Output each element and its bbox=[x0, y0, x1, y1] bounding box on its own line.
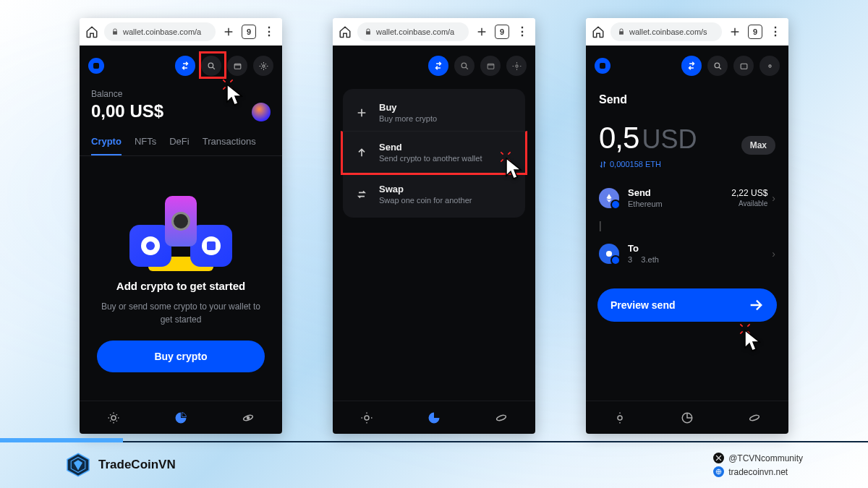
avatar[interactable] bbox=[252, 103, 271, 121]
footer-divider bbox=[0, 441, 868, 442]
theme-icon[interactable] bbox=[613, 411, 626, 424]
svg-point-8 bbox=[515, 64, 517, 67]
home-icon[interactable] bbox=[592, 25, 605, 38]
chart-icon[interactable] bbox=[174, 411, 187, 424]
explore-icon[interactable] bbox=[242, 411, 255, 424]
tab-crypto[interactable]: Crypto bbox=[91, 136, 122, 155]
wallet-icon[interactable] bbox=[733, 56, 754, 76]
wallet-icon[interactable] bbox=[480, 56, 501, 76]
send-coin: Ethereum bbox=[628, 200, 663, 208]
menu-item-buy[interactable]: Buy Buy more crypto bbox=[343, 92, 525, 133]
chart-icon[interactable] bbox=[681, 411, 694, 424]
theme-icon[interactable] bbox=[107, 411, 120, 424]
new-tab-icon[interactable] bbox=[475, 26, 489, 38]
svg-point-6 bbox=[461, 63, 467, 68]
settings-icon[interactable] bbox=[760, 56, 780, 76]
plus-icon bbox=[354, 107, 369, 119]
lock-icon bbox=[618, 28, 625, 35]
lock-icon bbox=[111, 28, 119, 35]
explore-icon[interactable] bbox=[748, 411, 761, 424]
send-usd: 2,22 US$ bbox=[731, 188, 767, 198]
recipient-icon bbox=[599, 244, 619, 264]
svg-point-11 bbox=[715, 63, 720, 68]
twitter-handle[interactable]: @TCVNcommunity bbox=[728, 453, 803, 463]
search-icon[interactable] bbox=[201, 56, 221, 76]
chevron-right-icon: › bbox=[772, 192, 775, 204]
svg-rect-12 bbox=[741, 64, 747, 69]
svg-point-5 bbox=[247, 416, 250, 419]
click-burst-icon bbox=[221, 77, 235, 92]
balance-label: Balance bbox=[91, 89, 163, 99]
url-bar[interactable]: wallet.coinbase.com/a bbox=[357, 22, 469, 41]
new-tab-icon[interactable] bbox=[728, 26, 742, 38]
brand-name: TradeCoinVN bbox=[98, 458, 176, 472]
tab-transactions[interactable]: Transactions bbox=[203, 136, 256, 155]
search-icon[interactable] bbox=[707, 56, 728, 76]
phone-screenshot-2: wallet.coinbase.com/a 9 ⋮ bbox=[333, 18, 535, 434]
tab-defi[interactable]: DeFi bbox=[169, 136, 189, 155]
preview-send-button[interactable]: Preview send bbox=[597, 288, 777, 322]
svg-point-15 bbox=[618, 416, 622, 420]
swap-icon bbox=[354, 189, 369, 200]
theme-icon[interactable] bbox=[360, 411, 373, 424]
to-value: 3 3.eth bbox=[628, 255, 659, 264]
svg-rect-1 bbox=[234, 64, 241, 69]
menu-item-swap[interactable]: Swap Swap one coin for another bbox=[343, 173, 525, 215]
asset-tabs: Crypto NFTs DeFi Transactions bbox=[80, 129, 282, 156]
transfer-icon[interactable] bbox=[681, 56, 702, 76]
svg-point-13 bbox=[768, 64, 770, 67]
amount-value: 0,5 bbox=[599, 121, 639, 155]
balance-value: 0,00 US$ bbox=[91, 101, 163, 121]
explore-icon[interactable] bbox=[495, 411, 508, 424]
tab-count[interactable]: 9 bbox=[495, 25, 509, 39]
settings-icon[interactable] bbox=[253, 56, 273, 76]
settings-icon[interactable] bbox=[506, 56, 527, 76]
url-bar[interactable]: wallet.coinbase.com/a bbox=[104, 22, 216, 41]
transfer-icon[interactable] bbox=[428, 56, 448, 76]
wallet-logo-icon[interactable] bbox=[595, 58, 610, 74]
buy-sub: Buy more crypto bbox=[379, 114, 437, 123]
to-label: To bbox=[628, 243, 659, 254]
url-text: wallet.coinbase.com/s bbox=[629, 27, 707, 36]
arrow-up-icon bbox=[354, 147, 369, 158]
preview-label: Preview send bbox=[610, 299, 676, 311]
buy-crypto-button[interactable]: Buy crypto bbox=[97, 341, 265, 372]
chart-icon[interactable] bbox=[427, 411, 441, 424]
search-icon[interactable] bbox=[454, 56, 475, 76]
website-url[interactable]: tradecoinvn.net bbox=[728, 467, 788, 477]
brand: TradeCoinVN bbox=[65, 452, 176, 478]
more-icon[interactable]: ⋮ bbox=[515, 25, 529, 38]
send-asset-row[interactable]: Send Ethereum 2,22 US$ Available › bbox=[586, 180, 788, 215]
tab-nfts[interactable]: NFTs bbox=[135, 136, 156, 155]
tab-count[interactable]: 9 bbox=[748, 25, 762, 39]
wallet-icon[interactable] bbox=[227, 56, 247, 76]
more-icon[interactable]: ⋮ bbox=[768, 25, 783, 38]
new-tab-icon[interactable] bbox=[221, 26, 236, 38]
convert-value: 0,000158 ETH bbox=[610, 160, 661, 168]
to-input-cursor[interactable]: | bbox=[586, 215, 788, 236]
click-burst-icon bbox=[498, 150, 513, 164]
amount-input[interactable]: 0,5 USD bbox=[599, 121, 697, 155]
home-icon[interactable] bbox=[339, 25, 352, 38]
social-links: @TCVNcommunity tradecoinvn.net bbox=[713, 453, 803, 477]
more-icon[interactable]: ⋮ bbox=[262, 25, 276, 38]
x-icon bbox=[713, 453, 724, 463]
home-icon[interactable] bbox=[85, 25, 98, 38]
svg-point-17 bbox=[749, 414, 760, 421]
url-bar[interactable]: wallet.coinbase.com/s bbox=[610, 22, 722, 41]
convert-row[interactable]: 0,000158 ETH bbox=[586, 158, 788, 180]
url-text: wallet.coinbase.com/a bbox=[123, 27, 201, 36]
swap-sub: Swap one coin for another bbox=[379, 196, 472, 205]
wallet-logo-icon[interactable] bbox=[88, 58, 104, 74]
browser-bar: wallet.coinbase.com/s 9 ⋮ bbox=[586, 18, 788, 46]
to-row[interactable]: To 3 3.eth › bbox=[586, 236, 788, 271]
chevron-right-icon: › bbox=[772, 248, 775, 260]
svg-point-2 bbox=[262, 64, 264, 67]
max-button[interactable]: Max bbox=[741, 136, 775, 155]
amount-currency: USD bbox=[642, 124, 697, 155]
tab-count[interactable]: 9 bbox=[242, 25, 256, 39]
lock-icon bbox=[365, 28, 372, 35]
buy-title: Buy bbox=[379, 102, 437, 113]
promo-illustration bbox=[127, 192, 235, 271]
transfer-icon[interactable] bbox=[175, 56, 195, 76]
